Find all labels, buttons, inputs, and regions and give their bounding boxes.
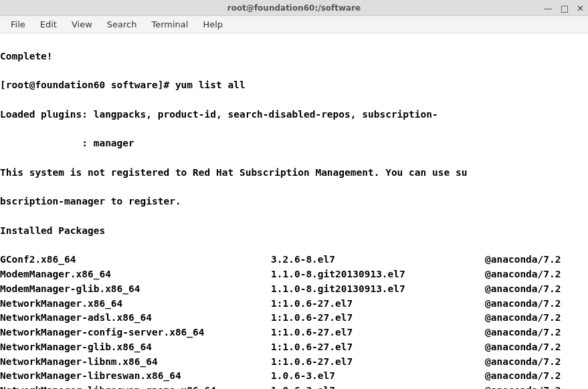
package-repo: @anaconda/7.2 (485, 326, 561, 340)
term-line: This system is not registered to Red Hat… (0, 166, 588, 180)
package-repo: @anaconda/7.2 (485, 340, 561, 355)
package-repo: @anaconda/7.2 (485, 297, 561, 311)
package-name: NetworkManager-glib.x86_64 (0, 340, 271, 355)
package-version: 1.0.6-3.el7 (271, 384, 485, 389)
menu-file[interactable]: File (4, 17, 32, 31)
term-line: [root@foundation60 software]# yum list a… (0, 78, 588, 93)
menu-bar: File Edit View Search Terminal Help (0, 16, 588, 33)
package-row: NetworkManager.x86_641:1.0.6-27.el7@anac… (0, 297, 588, 311)
package-name: GConf2.x86_64 (0, 253, 271, 267)
package-version: 1:1.0.6-27.el7 (271, 311, 485, 326)
package-repo: @anaconda/7.2 (485, 267, 561, 282)
package-repo: @anaconda/7.2 (485, 253, 561, 267)
package-row: NetworkManager-libnm.x86_641:1.0.6-27.el… (0, 355, 588, 370)
window-title: root@foundation60:/software (227, 3, 361, 13)
package-version: 1:1.0.6-27.el7 (271, 355, 485, 370)
window-controls: — □ ✕ (544, 0, 584, 16)
package-version: 1.1.0-8.git20130913.el7 (271, 282, 485, 297)
term-line: bscription-manager to register. (0, 194, 588, 209)
package-repo: @anaconda/7.2 (485, 355, 561, 370)
package-version: 1:1.0.6-27.el7 (271, 340, 485, 355)
term-line: Loaded plugins: langpacks, product-id, s… (0, 108, 588, 122)
package-version: 1.0.6-3.el7 (271, 369, 485, 384)
package-repo: @anaconda/7.2 (485, 311, 561, 326)
package-row: ModemManager.x86_641.1.0-8.git20130913.e… (0, 267, 588, 282)
minimize-icon[interactable]: — (544, 4, 553, 13)
package-row: GConf2.x86_643.2.6-8.el7@anaconda/7.2 (0, 253, 588, 267)
package-row: ModemManager-glib.x86_641.1.0-8.git20130… (0, 282, 588, 297)
package-row: NetworkManager-glib.x86_641:1.0.6-27.el7… (0, 340, 588, 355)
package-version: 1:1.0.6-27.el7 (271, 297, 485, 311)
menu-search[interactable]: Search (100, 17, 144, 31)
package-repo: @anaconda/7.2 (485, 369, 561, 384)
term-line: Complete! (0, 49, 588, 64)
package-row: NetworkManager-libreswan-gnome.x86_641.0… (0, 384, 588, 389)
package-name: NetworkManager.x86_64 (0, 297, 271, 311)
package-name: NetworkManager-adsl.x86_64 (0, 311, 271, 326)
package-name: ModemManager-glib.x86_64 (0, 282, 271, 297)
term-line: : manager (0, 136, 588, 151)
menu-edit[interactable]: Edit (33, 17, 64, 31)
package-name: NetworkManager-libreswan.x86_64 (0, 369, 271, 384)
package-row: NetworkManager-config-server.x86_641:1.0… (0, 326, 588, 340)
menu-terminal[interactable]: Terminal (144, 17, 195, 31)
package-repo: @anaconda/7.2 (485, 282, 561, 297)
terminal-output[interactable]: Complete! [root@foundation60 software]# … (0, 33, 588, 389)
package-row: NetworkManager-adsl.x86_641:1.0.6-27.el7… (0, 311, 588, 326)
package-name: NetworkManager-libreswan-gnome.x86_64 (0, 384, 271, 389)
maximize-icon[interactable]: □ (561, 4, 569, 13)
package-version: 1.1.0-8.git20130913.el7 (271, 267, 485, 282)
menu-help[interactable]: Help (196, 17, 229, 31)
package-row: NetworkManager-libreswan.x86_641.0.6-3.e… (0, 369, 588, 384)
package-repo: @anaconda/7.2 (485, 384, 561, 389)
package-version: 1:1.0.6-27.el7 (271, 326, 485, 340)
term-line: Installed Packages (0, 224, 588, 239)
package-name: NetworkManager-config-server.x86_64 (0, 326, 271, 340)
package-name: NetworkManager-libnm.x86_64 (0, 355, 271, 370)
close-icon[interactable]: ✕ (577, 4, 584, 13)
window-titlebar: root@foundation60:/software — □ ✕ (0, 0, 588, 16)
package-name: ModemManager.x86_64 (0, 267, 271, 282)
package-version: 3.2.6-8.el7 (271, 253, 485, 267)
menu-view[interactable]: View (65, 17, 99, 31)
